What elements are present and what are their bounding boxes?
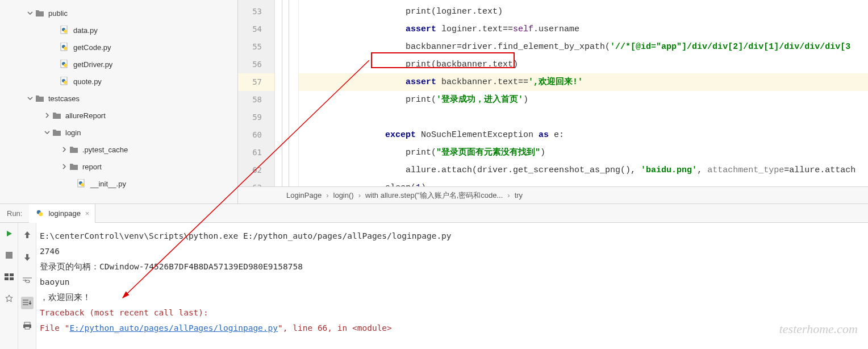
console-line-error: File "E:/python_auto/pages/allPages/logi… [40,321,868,336]
project-tree[interactable]: public data.py getCode.py getDriver.py q… [0,0,238,203]
svg-rect-19 [10,273,14,276]
console-output[interactable]: E:\centerControl\venv\Scripts\python.exe… [36,223,868,349]
svg-point-14 [81,183,84,186]
line-number: 59 [238,109,274,126]
breadcrumb-item[interactable]: LoginPage [286,191,322,200]
breadcrumb[interactable]: LoginPage › login() › with allure.step("… [238,186,868,203]
tree-folder-public[interactable]: public [0,5,237,22]
run-header: Run: loginpage × [0,204,868,223]
run-tab[interactable]: loginpage × [29,204,95,223]
tree-label: .pytest_cache [82,146,128,154]
code-line: except NoSuchElementException as e: [299,126,868,144]
python-icon [35,208,45,218]
code-line: print(loginer.text) [299,3,868,20]
layout-button[interactable] [3,271,15,283]
svg-point-16 [39,212,43,216]
svg-point-5 [64,47,67,50]
stop-button[interactable] [3,249,15,261]
tree-file-getcode[interactable]: getCode.py [0,39,237,56]
run-toolbar-secondary [18,223,36,349]
scroll-to-end-button[interactable] [21,297,34,309]
print-button[interactable] [21,319,34,332]
code-line [299,109,868,126]
python-file-icon [60,76,70,86]
python-file-icon [77,178,87,189]
breadcrumb-item[interactable]: try [515,191,523,200]
tree-label: login [65,128,81,137]
console-line: 登录页的句柄：CDwindow-74526B7DF4B8DA57139ED980… [40,259,868,275]
line-number: 57 💡 [238,73,274,91]
folder-icon [35,93,45,103]
tree-folder-allurereport[interactable]: allureReport [0,107,237,124]
tree-label: __init__.py [90,180,126,188]
svg-rect-22 [24,322,30,325]
code-editor[interactable]: 53 54 55 56 57 💡 58 59 60 61 62 63 [238,0,868,203]
tree-label: quote.py [73,77,102,86]
svg-rect-18 [5,273,9,276]
console-line: baoyun [40,275,868,290]
line-number: 63 [238,179,274,186]
tree-folder-testcases[interactable]: testcases [0,90,237,107]
console-line: ，欢迎回来！ [40,290,868,305]
code-line: assert loginer.text==self.username [299,20,868,38]
file-link[interactable]: E:/python_auto/pages/allPages/loginpage.… [69,323,278,333]
svg-point-2 [64,30,67,33]
tree-label: getDriver.py [73,60,112,69]
down-button[interactable] [21,251,34,264]
folder-icon [69,161,79,172]
line-number: 62 [238,161,274,179]
folder-icon [52,110,62,121]
console-line: E:\centerControl\venv\Scripts\python.exe… [40,228,868,244]
pin-button[interactable] [3,292,15,305]
folder-icon [35,8,45,18]
line-number: 54 [238,20,274,38]
breadcrumb-item[interactable]: with allure.step("输入账户名,密码和code... [365,190,503,201]
line-number: 61 [238,144,274,161]
tree-file-init[interactable]: __init__.py [0,175,237,192]
folder-icon [52,127,62,138]
close-icon[interactable]: × [85,209,90,218]
chevron-right-icon [43,113,52,118]
svg-point-11 [64,81,67,84]
tree-file-getdriver[interactable]: getDriver.py [0,56,237,73]
fold-gutter[interactable] [275,0,299,186]
code-line: print(backbanner.text) [299,56,868,73]
svg-rect-20 [5,277,9,280]
tree-folder-login[interactable]: login [0,124,237,141]
tree-folder-report[interactable]: report [0,158,237,175]
console-line-error: Traceback (most recent call last): [40,305,868,321]
chevron-right-icon: › [507,191,510,200]
tree-file-quote[interactable]: quote.py [0,73,237,90]
svg-rect-21 [10,277,14,280]
line-number: 53 [238,3,274,20]
chevron-down-icon [26,10,35,16]
folder-icon [69,144,79,155]
chevron-down-icon [43,130,52,135]
code-line: allure.attach(driver.get_screenshot_as_p… [299,161,868,179]
line-number: 60 [238,126,274,144]
breadcrumb-item[interactable]: login() [333,191,354,200]
code-line: print("登录页面有元素没有找到") [299,144,868,161]
tree-folder-pytestcache[interactable]: .pytest_cache [0,141,237,158]
code-content[interactable]: print(loginer.text) assert loginer.text=… [299,0,868,186]
tree-label: data.py [73,26,98,35]
console-line: 2746 [40,244,868,259]
rerun-button[interactable] [3,227,15,240]
run-label: Run: [0,209,29,218]
svg-point-8 [64,64,67,67]
run-toolbar-primary [0,223,18,349]
tree-file-data[interactable]: data.py [0,22,237,39]
line-gutter[interactable]: 53 54 55 56 57 💡 58 59 60 61 62 63 [238,0,275,186]
chevron-down-icon [26,95,35,101]
python-file-icon [60,42,70,52]
up-button[interactable] [21,228,34,241]
chevron-right-icon: › [326,191,328,200]
tree-label: public [48,9,68,18]
run-tool-window: Run: loginpage × E:\centerControl\venv\S… [0,203,868,349]
code-line: assert backbanner.text==',欢迎回来!' [299,73,868,91]
chevron-right-icon: › [358,191,361,200]
wrap-button[interactable] [21,274,34,286]
line-number: 55 [238,38,274,56]
code-line: sleep(1) [299,179,868,186]
chevron-right-icon [60,164,69,169]
